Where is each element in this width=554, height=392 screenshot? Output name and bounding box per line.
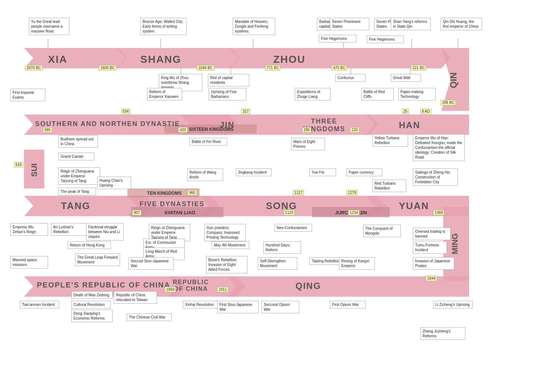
- dynasty-sui: SUI: [25, 151, 44, 188]
- date-25: 25: [402, 109, 409, 114]
- dynasty-khitan-liao: KHITAN LIAO: [135, 208, 225, 217]
- event-great-wall: Great Wall: [391, 74, 421, 82]
- date-1046bc: 1046 BC: [197, 65, 214, 71]
- event-gun-powders: Gun powders; Compass; Improved Printing …: [204, 224, 246, 241]
- event-red-turbans: Red Turbans Rebellion: [372, 180, 406, 192]
- date-475bc: 475 BC: [332, 65, 347, 71]
- timeline-container: XIA SHANG ZHOU QIN SOUTHERN AND NORTHEN …: [0, 0, 554, 392]
- event-cultural-revolution: Cultural Revolution: [71, 301, 111, 309]
- dynasty-yuan: YUAN: [399, 200, 429, 212]
- date-221bc: 221 BC: [411, 65, 426, 71]
- date-534: 534: [121, 109, 130, 114]
- event-sailings-zheng: Sailings of Zheng He; Construction of Fo…: [413, 168, 458, 186]
- event-yu-great: Yu the Great lead people overcame a mass…: [29, 18, 69, 35]
- event-first-opium: First Opium War: [330, 301, 366, 309]
- event-boxers: Boxers Rebellion; Invasion of Eight Alli…: [206, 256, 247, 273]
- date-1125: 1125: [284, 210, 295, 215]
- date-280: 280: [302, 127, 311, 133]
- event-reform-emperor: Reform of Emperor Xiaowen: [147, 88, 182, 100]
- date-317: 317: [241, 109, 250, 114]
- event-great-leap: The Great Leap Forward Movement: [75, 253, 120, 266]
- event-huang-chao: Huang Chao's Uprising: [97, 177, 131, 189]
- event-manned-space: Manned space missions: [10, 256, 48, 269]
- event-second-sino: Seccod Sino-Japanese War: [129, 257, 174, 270]
- event-paper-making: Paper-making Technology: [398, 88, 436, 100]
- event-factional: Factional struggle between Niu and Li cl…: [86, 223, 124, 241]
- dynasty-five-dynasties: FIVE DYNASTIES: [140, 200, 205, 208]
- date-2070bc: 2070 BC: [25, 65, 42, 71]
- date-1949: 1949: [165, 287, 176, 292]
- event-emperor-wu-han: Emperor Wu of Han: Defeated Xiongnu; mad…: [413, 134, 465, 161]
- date-220: 220: [350, 127, 359, 133]
- event-expeditions-zhuge: Expeditions of Zhuge Liang: [295, 88, 331, 100]
- event-oversea-trading: Oversea trading is banned: [413, 228, 451, 240]
- date-1368: 1368: [433, 210, 444, 215]
- event-second-opium: Seccond Opium War: [261, 301, 299, 313]
- event-invasion-pirates: Invasion of Japanese Pirates: [413, 257, 454, 270]
- dynasty-shang: SHANG: [140, 54, 181, 65]
- event-first-sino: First Sino-Japanese War: [217, 301, 259, 313]
- event-first-imperial: First Imperial Exams: [10, 89, 45, 101]
- event-confucius: Confucius: [335, 74, 366, 82]
- dynasty-prc: PEOPLE'S REPUBLIC OF CHINA: [37, 281, 170, 289]
- event-deng-economic: Deng Xiaoping's Economic Reforms: [71, 310, 113, 322]
- event-empress-wu: Empress Wu Zetian's Reign: [10, 223, 48, 236]
- event-five-hegemons-2: Five Hegemons: [319, 35, 356, 42]
- event-conquest-mongols: The Conquest of Mongols: [363, 225, 401, 237]
- event-bronze-age: Bronze Age; Walled City; Early forms of …: [140, 18, 187, 35]
- event-an-lushan: An Lushan's Rebellion: [51, 223, 87, 236]
- dynasty-qing: QING: [295, 281, 321, 291]
- date-1234: 1234: [348, 210, 359, 215]
- event-grand-canals: Grand Canals: [58, 153, 94, 160]
- event-budhism: Budhism spread out in China: [58, 135, 98, 148]
- date-1600bc: 1600 BC: [99, 65, 116, 71]
- event-yellow-turbans: Yellow Turbans Rebellion: [372, 134, 408, 147]
- date-960: 960: [188, 190, 197, 195]
- date-206bc: 206 BC: [441, 100, 456, 105]
- event-may-fourth: May 4th Movement: [212, 241, 249, 249]
- event-uprising-five: Uprising of Five Barbarians: [209, 88, 246, 100]
- dynasty-tang: TANG: [61, 200, 90, 212]
- date-1279: 1279: [346, 190, 358, 195]
- event-roc-taiwan: Republic of China relocated to Taiwan: [114, 291, 157, 304]
- event-zhang-juzheng: Zhang Juzheng's Reforms: [420, 327, 465, 340]
- event-taiping: Taiping Rebellion: [310, 257, 343, 265]
- date-771bc: 771 BC: [265, 65, 280, 71]
- dynasty-han: HAN: [399, 120, 420, 130]
- event-xinhai: Xinhai Revolution: [183, 301, 219, 309]
- date-1911: 1911: [217, 287, 228, 292]
- dynasty-xia: XIA: [48, 54, 68, 65]
- event-tiananmen: Tian'anmen Incident: [20, 301, 59, 309]
- date-589: 589: [43, 127, 52, 133]
- event-battle-red: Battle of Red Cliffs: [361, 88, 394, 100]
- event-resing-kangxi: Resing of Kangxi Emperor: [339, 257, 375, 270]
- event-yue-fei: Yue Fei: [310, 168, 336, 176]
- event-return-hong-kong: Return of Hong Kong: [68, 241, 111, 249]
- event-qin-shi-huang: Qin Shi Huang, the first emperor of Chin…: [441, 18, 482, 30]
- event-chinese-civil-war: The Chinese Civil War: [127, 313, 172, 321]
- event-five-hegemons: Five Hegemons: [367, 35, 404, 43]
- dynasty-roc: REPUBLICOF CHINA: [173, 279, 209, 292]
- event-riot-capital: Riot of capital residents: [208, 74, 249, 86]
- event-hundred-days: Hundred Days; Reform: [263, 241, 301, 254]
- date-618: 618: [14, 162, 23, 167]
- event-death-mao: Death of Mao Zedong: [71, 291, 113, 299]
- event-battle-fei: Battle of Fei River: [189, 138, 227, 146]
- date-8ad: 8 AD: [420, 109, 431, 114]
- event-paper-currency: Paper currency: [346, 168, 382, 176]
- event-reform-wang: Reform of Wang Anshi: [187, 168, 223, 181]
- date-907: 907: [132, 210, 141, 215]
- date-1644: 1644: [426, 276, 437, 281]
- dynasty-southern: SOUTHERN AND NORTHEN DYNASTIE: [35, 120, 180, 128]
- event-peak-tang: The peak of Tang: [58, 188, 96, 195]
- event-seven-prominent-2: Seven Prominent States: [330, 18, 369, 30]
- date-420: 420: [178, 127, 188, 133]
- dynasty-zhou: ZHOU: [273, 54, 305, 65]
- date-1127: 1127: [293, 190, 304, 195]
- event-shan-yang: Shan Yang's reforms in State Qin: [391, 18, 431, 30]
- event-tumu-fortress: Tumu Fortress Incident: [413, 241, 447, 254]
- event-li-zichengs: Li Zicheng's Uprising: [433, 301, 473, 309]
- event-reign-zhenguana: Reign of Zhenguana under Emperor Taizong…: [58, 167, 100, 185]
- event-jingkang: Jingkang Incident: [236, 168, 271, 176]
- event-mandate-heaven: Mandate of Heaven; Zongfa and Fenfeng sy…: [233, 18, 275, 35]
